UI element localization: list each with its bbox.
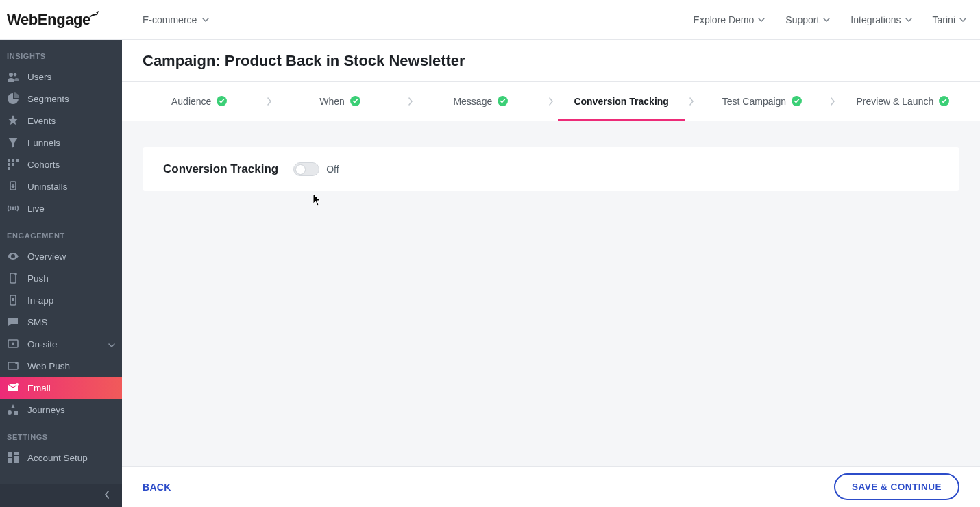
svg-point-15 [12, 343, 14, 345]
conversion-tracking-toggle[interactable] [293, 162, 319, 176]
svg-rect-4 [16, 159, 19, 162]
sidebar-item-account-setup[interactable]: Account Setup [0, 447, 122, 469]
chevron-left-icon [104, 490, 110, 501]
topnav-explore-demo[interactable]: Explore Demo [694, 14, 765, 25]
pie-icon [7, 92, 19, 105]
svg-rect-22 [8, 458, 12, 463]
check-icon [939, 96, 949, 106]
step-audience[interactable]: Audience [136, 82, 262, 121]
svg-point-9 [12, 207, 14, 209]
sidebar-item-sms[interactable]: SMS [0, 311, 122, 333]
sidebar-item-label: Live [27, 203, 45, 214]
sidebar-item-overview[interactable]: Overview [0, 245, 122, 267]
chevron-down-icon [823, 16, 830, 23]
sidebar-collapse-button[interactable] [0, 484, 122, 507]
check-icon [350, 96, 360, 106]
page-body: Conversion Tracking Off [122, 121, 980, 466]
sidebar-item-funnels[interactable]: Funnels [0, 132, 122, 153]
svg-rect-20 [14, 452, 19, 455]
email-icon [7, 382, 19, 394]
chevron-right-icon [826, 97, 840, 106]
step-conversion-tracking[interactable]: Conversion Tracking [558, 82, 685, 121]
chevron-down-icon [758, 16, 765, 23]
sidebar-item-label: SMS [27, 317, 47, 327]
svg-rect-2 [8, 159, 10, 162]
content-area: Campaign: Product Back in Stock Newslett… [122, 40, 980, 507]
webpush-icon [7, 360, 19, 372]
topnav-integrations-label: Integrations [850, 14, 901, 25]
svg-point-11 [14, 273, 17, 275]
sidebar-item-push[interactable]: Push [0, 267, 122, 289]
sidebar-item-label: Web Push [27, 361, 70, 371]
svg-point-1 [14, 73, 17, 77]
sidebar-item-journeys[interactable]: Journeys [0, 399, 122, 421]
check-icon [498, 96, 508, 106]
save-continue-button[interactable]: SAVE & CONTINUE [834, 473, 959, 500]
onsite-icon [7, 338, 19, 350]
back-button[interactable]: BACK [143, 482, 171, 493]
sidebar-item-cohorts[interactable]: Cohorts [0, 153, 122, 175]
sidebar-item-label: In-app [27, 295, 53, 306]
chevron-right-icon [544, 97, 558, 106]
topnav-user-menu[interactable]: Tarini [933, 14, 966, 25]
footer-bar: BACK SAVE & CONTINUE [122, 466, 980, 507]
sidebar-item-events[interactable]: Events [0, 110, 122, 132]
step-preview-launch[interactable]: Preview & Launch [840, 82, 966, 121]
svg-rect-6 [12, 163, 14, 166]
sidebar-item-label: Journeys [27, 405, 65, 415]
step-message[interactable]: Message [417, 82, 544, 121]
svg-rect-3 [12, 159, 14, 162]
chevron-right-icon [262, 97, 276, 106]
card-title: Conversion Tracking [163, 162, 278, 176]
sidebar-item-label: Uninstalls [27, 182, 68, 192]
conversion-tracking-card: Conversion Tracking Off [143, 147, 959, 191]
logo-label: WebEngage [7, 11, 90, 28]
topbar: WebEngage E-commerce Explore Demo Suppor… [0, 0, 980, 40]
uninstall-icon [7, 180, 19, 193]
chevron-right-icon [685, 97, 698, 106]
sidebar-item-uninstalls[interactable]: Uninstalls [0, 175, 122, 197]
eye-icon [7, 250, 19, 262]
chevron-down-icon [108, 339, 115, 349]
sidebar-item-label: On-site [27, 339, 58, 349]
svg-point-0 [9, 73, 13, 77]
svg-rect-13 [12, 298, 14, 301]
dashboard-icon [7, 452, 19, 464]
topnav-support[interactable]: Support [785, 14, 830, 25]
check-icon [792, 96, 802, 106]
svg-rect-21 [14, 456, 19, 463]
sms-icon [7, 316, 19, 328]
sidebar-item-live[interactable]: Live [0, 197, 122, 219]
sidebar-item-segments[interactable]: Segments [0, 88, 122, 110]
svg-point-18 [16, 383, 19, 386]
funnel-icon [7, 136, 19, 149]
step-when[interactable]: When [276, 82, 403, 121]
chevron-down-icon [959, 16, 966, 23]
svg-rect-19 [8, 452, 12, 457]
step-test-campaign[interactable]: Test Campaign [698, 82, 825, 121]
sidebar-item-users[interactable]: Users [0, 66, 122, 88]
topnav-integrations[interactable]: Integrations [850, 14, 911, 25]
star-icon [7, 114, 19, 127]
sidebar-item-label: Events [27, 116, 56, 126]
step-label: Audience [171, 96, 211, 107]
sidebar-item-label: Users [27, 72, 51, 82]
topnav-support-label: Support [785, 14, 819, 25]
step-label: Preview & Launch [856, 96, 933, 107]
sidebar-item-onsite[interactable]: On-site [0, 333, 122, 355]
svg-rect-7 [8, 167, 10, 170]
push-icon [7, 272, 19, 284]
project-selector[interactable]: E-commerce [143, 14, 209, 25]
sidebar-item-webpush[interactable]: Web Push [0, 355, 122, 377]
sidebar-section-engagement: ENGAGEMENT [0, 219, 122, 245]
chevron-down-icon [202, 16, 209, 23]
sidebar-item-label: Overview [27, 251, 66, 262]
page-title: Campaign: Product Back in Stock Newslett… [143, 52, 959, 70]
sidebar-item-inapp[interactable]: In-app [0, 289, 122, 311]
sidebar-item-label: Push [27, 273, 49, 284]
sidebar-item-email[interactable]: Email [0, 377, 122, 399]
logo-text: WebEngage [7, 11, 90, 29]
topnav-user-label: Tarini [933, 14, 955, 25]
sidebar-item-label: Email [27, 383, 51, 393]
step-label: Message [453, 96, 492, 107]
